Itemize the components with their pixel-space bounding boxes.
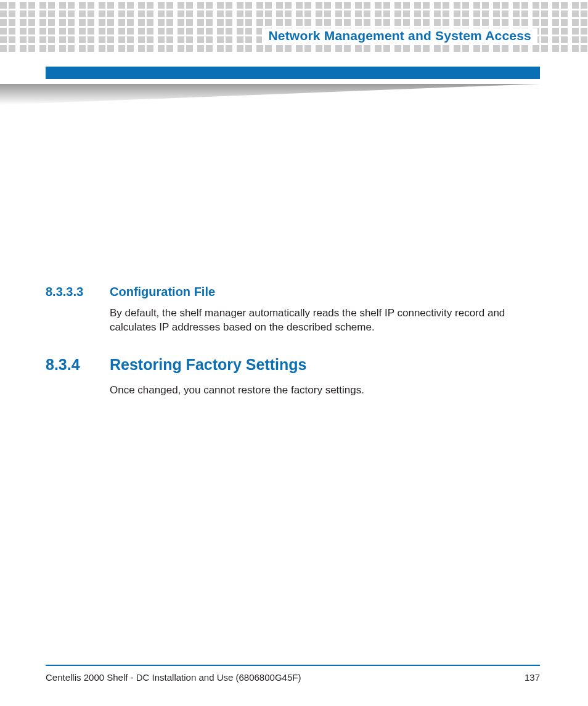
footer-doc-title: Centellis 2000 Shelf - DC Installation a… <box>46 672 301 683</box>
section-number: 8.3.4 <box>46 356 107 374</box>
section-number: 8.3.3.3 <box>46 285 107 299</box>
chapter-title: Network Management and System Access <box>262 28 537 43</box>
section-title: Restoring Factory Settings <box>110 356 540 374</box>
section: 8.3.4Restoring Factory SettingsOnce chan… <box>46 356 540 398</box>
header-blue-bar <box>46 67 540 79</box>
section-body: By default, the shelf manager automatica… <box>110 306 540 335</box>
footer-page-number: 137 <box>525 672 540 683</box>
page-footer: Centellis 2000 Shelf - DC Installation a… <box>46 672 540 683</box>
section-body: Once changed, you cannot restore the fac… <box>110 384 540 398</box>
section: 8.3.3.3Configuration FileBy default, the… <box>46 285 540 335</box>
svg-marker-0 <box>0 84 540 105</box>
section-title: Configuration File <box>110 285 540 299</box>
header-dot-pattern <box>0 0 588 55</box>
footer-rule <box>46 665 540 666</box>
header-wedge-separator <box>0 84 588 105</box>
